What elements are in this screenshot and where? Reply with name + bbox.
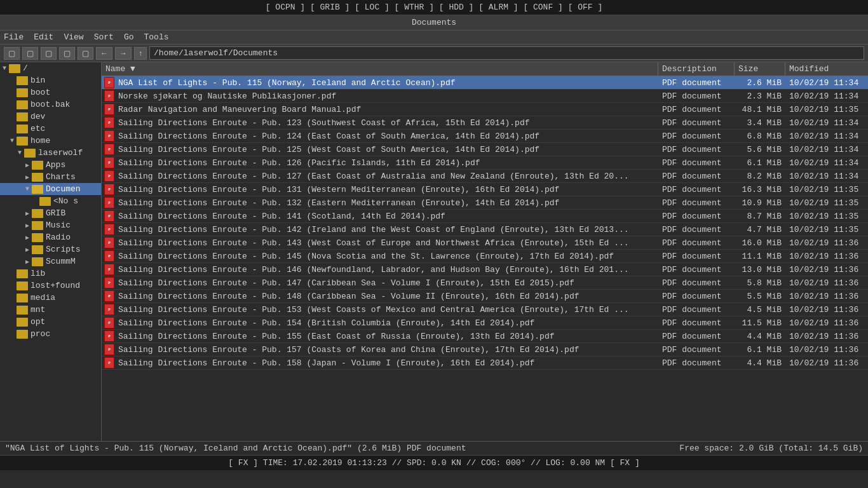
table-row[interactable]: PSailing Directions Enroute - Pub. 132 (… (102, 196, 868, 210)
table-row[interactable]: PNGA List of Lights - Pub. 115 (Norway, … (102, 76, 868, 90)
tb-forward-button[interactable]: → (115, 47, 132, 60)
tree-item-lib[interactable]: lib (0, 268, 101, 280)
tree-item-grib[interactable]: ▶GRIB (0, 207, 101, 219)
tree-item--[interactable]: ▼/ (0, 62, 101, 74)
pdf-icon: P (104, 104, 114, 115)
menu-item-sort[interactable]: Sort (94, 32, 114, 42)
tree-label: lost+found (31, 281, 80, 290)
tree-item-scummm[interactable]: ▶ScummM (0, 255, 101, 268)
file-size: 6.1 MiB (735, 157, 785, 169)
file-modified: 10/02/19 11:35 (785, 104, 868, 116)
tree-item-home[interactable]: ▼home (0, 135, 101, 147)
menu-item-view[interactable]: View (64, 32, 83, 42)
table-row[interactable]: PSailing Directions Enroute - Pub. 145 (… (102, 250, 868, 263)
tree-item-boot[interactable]: boot (0, 86, 101, 98)
tb-btn-3[interactable]: ▢ (41, 47, 57, 60)
top-nav: [ OCPN ] [ GRIB ] [ LOC ] [ WTHR ] [ HDD… (0, 0, 868, 15)
pdf-icon-wrap: P (102, 170, 116, 182)
menu-bar[interactable]: FileEditViewSortGoTools (0, 30, 868, 44)
bottom-nav-text: [ FX ] TIME: 17.02.2019 01:13:23 // SPD:… (228, 458, 640, 468)
table-row[interactable]: PSailing Directions Enroute - Pub. 124 (… (102, 130, 868, 143)
menu-item-go[interactable]: Go (124, 32, 134, 42)
tb-back-button[interactable]: ← (96, 47, 112, 60)
tree-item--no-s[interactable]: <No s (0, 195, 101, 207)
table-row[interactable]: PSailing Directions Enroute - Pub. 125 (… (102, 143, 868, 156)
folder-icon (32, 209, 43, 218)
file-size: 13.0 MiB (735, 264, 785, 276)
table-row[interactable]: PSailing Directions Enroute - Pub. 127 (… (102, 170, 868, 183)
table-row[interactable]: PSailing Directions Enroute - Pub. 147 (… (102, 276, 868, 290)
table-row[interactable]: PSailing Directions Enroute - Pub. 154 (… (102, 316, 868, 330)
table-row[interactable]: PSailing Directions Enroute - Pub. 142 (… (102, 223, 868, 236)
table-row[interactable]: PSailing Directions Enroute - Pub. 157 (… (102, 343, 868, 356)
table-row[interactable]: PSailing Directions Enroute - Pub. 126 (… (102, 156, 868, 170)
file-desc: PDF document (658, 144, 735, 156)
pdf-icon-wrap: P (102, 330, 116, 342)
tree-arrow: ▼ (15, 149, 24, 156)
file-desc: PDF document (658, 264, 735, 276)
tb-up-button[interactable]: ↑ (134, 47, 147, 60)
pdf-icon-wrap: P (102, 116, 116, 129)
tree-item-scripts[interactable]: ▶Scripts (0, 243, 101, 255)
menu-item-file[interactable]: File (4, 32, 24, 42)
table-row[interactable]: PSailing Directions Enroute - Pub. 131 (… (102, 183, 868, 196)
tree-label: Documen (46, 184, 81, 194)
right-panel[interactable]: Name ▼ Description Size Modified PNGA Li… (102, 62, 868, 441)
col-desc-header[interactable]: Description (658, 62, 735, 76)
left-panel[interactable]: ▼/ bin boot boot.bak dev etc▼home▼laserw… (0, 62, 102, 441)
table-row[interactable]: PSailing Directions Enroute - Pub. 143 (… (102, 236, 868, 250)
table-row[interactable]: PSailing Directions Enroute - Pub. 146 (… (102, 263, 868, 276)
tree-item-boot-bak[interactable]: boot.bak (0, 98, 101, 111)
tree-container: ▼/ bin boot boot.bak dev etc▼home▼laserw… (0, 62, 101, 340)
table-row[interactable]: PSailing Directions Enroute - Pub. 153 (… (102, 303, 868, 316)
address-bar[interactable] (149, 46, 864, 60)
file-name: Sailing Directions Enroute - Pub. 155 (E… (116, 330, 658, 342)
pdf-icon: P (104, 90, 114, 102)
toolbar[interactable]: ▢ ▢ ▢ ▢ ▢ ← → ↑ (0, 44, 868, 62)
table-row[interactable]: PRadar Navigation and Maneuvering Board … (102, 103, 868, 116)
tree-item-media[interactable]: media (0, 292, 101, 304)
col-modified-header[interactable]: Modified (785, 62, 868, 76)
tree-item-opt[interactable]: opt (0, 316, 101, 328)
table-row[interactable]: PSailing Directions Enroute - Pub. 155 (… (102, 330, 868, 343)
tree-item-apps[interactable]: ▶Apps (0, 159, 101, 171)
menu-item-tools[interactable]: Tools (144, 32, 168, 42)
tree-item-laserwolf[interactable]: ▼laserwolf (0, 147, 101, 159)
tb-btn-2[interactable]: ▢ (22, 47, 38, 60)
pdf-icon: P (104, 170, 114, 182)
table-row[interactable]: PSailing Directions Enroute - Pub. 148 (… (102, 290, 868, 303)
tree-item-bin[interactable]: bin (0, 74, 101, 86)
pdf-icon-wrap: P (102, 183, 116, 196)
file-modified: 10/02/19 11:36 (785, 290, 868, 302)
tree-item-radio[interactable]: ▶Radio (0, 231, 101, 243)
table-row[interactable]: PSailing Directions Enroute - Pub. 158 (… (102, 356, 868, 370)
tb-btn-1[interactable]: ▢ (4, 47, 20, 60)
folder-icon (32, 221, 43, 230)
tb-btn-4[interactable]: ▢ (59, 47, 75, 60)
tree-item-lost-found[interactable]: lost+found (0, 280, 101, 292)
col-size-header[interactable]: Size (735, 62, 785, 76)
tb-btn-5[interactable]: ▢ (78, 47, 93, 60)
tree-label: lib (31, 269, 45, 278)
folder-icon (17, 125, 28, 133)
file-name: Sailing Directions Enroute - Pub. 145 (N… (116, 250, 658, 262)
file-name: Sailing Directions Enroute - Pub. 132 (E… (116, 197, 658, 209)
tree-item-music[interactable]: ▶Music (0, 219, 101, 231)
file-size: 5.5 MiB (735, 290, 785, 302)
table-row[interactable]: PSailing Directions Enroute - Pub. 123 (… (102, 116, 868, 130)
pdf-icon: P (104, 184, 114, 195)
tree-item-etc[interactable]: etc (0, 123, 101, 135)
table-row[interactable]: PSailing Directions Enroute - Pub. 141 (… (102, 210, 868, 223)
col-name-header[interactable]: Name ▼ (102, 62, 658, 76)
table-row[interactable]: PNorske sjøkart og Nautiske Publikasjone… (102, 90, 868, 103)
tree-item-mnt[interactable]: mnt (0, 304, 101, 316)
tree-item-dev[interactable]: dev (0, 111, 101, 123)
tree-item-proc[interactable]: proc (0, 328, 101, 340)
pdf-icon: P (104, 344, 114, 355)
pdf-icon-wrap: P (102, 236, 116, 249)
tree-item-charts[interactable]: ▶Charts (0, 171, 101, 183)
menu-item-edit[interactable]: Edit (34, 32, 53, 42)
pdf-icon: P (104, 264, 114, 275)
tree-label: Scripts (46, 245, 81, 254)
tree-item-documen[interactable]: ▼Documen (0, 183, 101, 195)
